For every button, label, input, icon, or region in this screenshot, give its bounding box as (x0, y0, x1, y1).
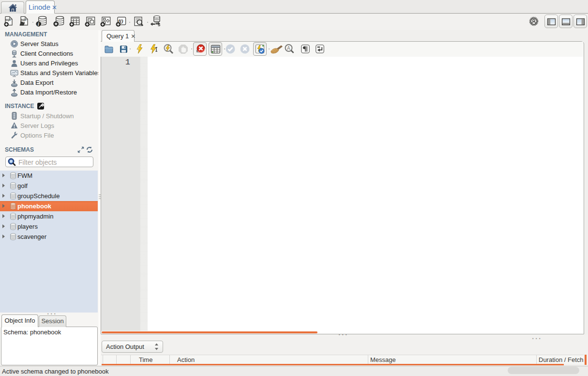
svg-text:A: A (287, 46, 290, 51)
svg-text:i: i (38, 21, 39, 27)
svg-text:SQL: SQL (5, 18, 11, 21)
svg-text:SQL: SQL (21, 18, 27, 21)
